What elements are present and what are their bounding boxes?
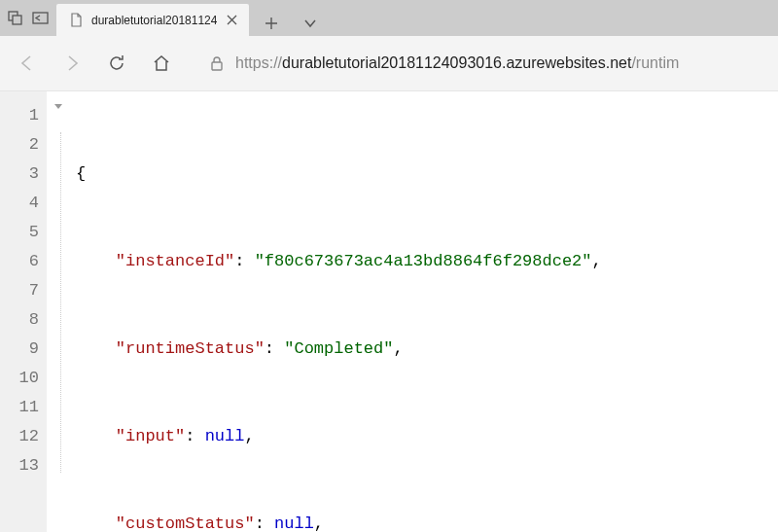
browser-tab-active[interactable]: durabletutorial20181124 (56, 4, 249, 36)
line-number: 13 (0, 451, 39, 480)
set-aside-tabs-icon[interactable] (32, 12, 49, 24)
document-icon (68, 13, 84, 28)
tab-title: durabletutorial20181124 (91, 14, 217, 27)
svg-rect-1 (13, 16, 21, 24)
json-viewer: 1 2 3 4 5 6 7 8 9 10 11 12 13 { "instanc… (0, 91, 778, 532)
line-number: 7 (0, 276, 39, 305)
tabs-strip: durabletutorial20181124 (56, 0, 778, 36)
line-number: 8 (0, 305, 39, 335)
browser-toolbar: https://durabletutorial20181124093016.az… (0, 36, 778, 91)
line-number: 5 (0, 218, 39, 247)
window-title-bar: durabletutorial20181124 (0, 0, 778, 36)
lock-icon (210, 55, 224, 72)
address-bar[interactable]: https://durabletutorial20181124093016.az… (210, 54, 764, 72)
line-number: 12 (0, 422, 39, 451)
line-number: 3 (0, 160, 39, 189)
line-number: 4 (0, 189, 39, 218)
line-number: 6 (0, 247, 39, 276)
line-number: 10 (0, 364, 39, 393)
back-button[interactable] (14, 50, 41, 77)
url-protocol: https:// (235, 54, 282, 71)
cascade-windows-icon[interactable] (8, 11, 22, 25)
line-number: 9 (0, 335, 39, 364)
window-controls-left (0, 0, 56, 36)
fold-gutter (47, 91, 76, 532)
home-button[interactable] (148, 50, 175, 77)
svg-rect-3 (212, 62, 222, 70)
fold-guide (60, 132, 61, 473)
tab-dropdown-button[interactable] (298, 13, 323, 34)
fold-toggle-icon[interactable] (53, 101, 64, 113)
url-text: https://durabletutorial20181124093016.az… (235, 54, 679, 72)
line-number: 1 (0, 101, 39, 130)
line-number-gutter: 1 2 3 4 5 6 7 8 9 10 11 12 13 (0, 91, 47, 532)
new-tab-button[interactable] (259, 11, 284, 36)
url-path: /runtim (631, 54, 679, 71)
forward-button[interactable] (58, 50, 86, 77)
code-content: { "instanceId": "f80c673673ac4a13bd8864f… (76, 91, 602, 532)
refresh-button[interactable] (103, 50, 130, 77)
close-tab-button[interactable] (225, 13, 239, 27)
url-host: durabletutorial20181124093016.azurewebsi… (282, 54, 631, 71)
tab-actions (259, 11, 323, 36)
line-number: 2 (0, 130, 39, 160)
line-number: 11 (0, 393, 39, 422)
